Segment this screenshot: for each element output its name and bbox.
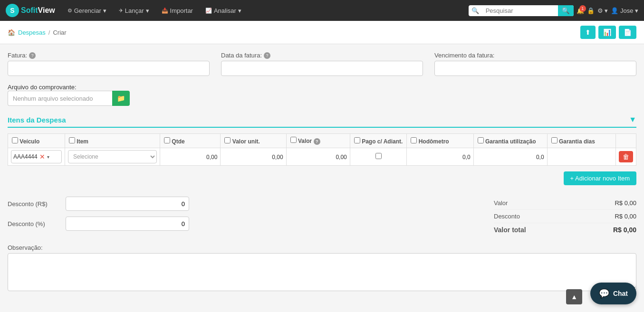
- brand-sofit: SofitView: [21, 6, 55, 15]
- valor-unit-input[interactable]: [223, 154, 283, 161]
- garantia-dias-input[interactable]: [550, 154, 613, 161]
- vehicle-dropdown-icon[interactable]: ▾: [47, 154, 49, 160]
- summary-valor-row: Valor R$ 0,00: [494, 197, 636, 210]
- invoice-fields-row: Fatura: ? Data da fatura: ? Vencimento d…: [8, 52, 636, 76]
- search-box: 🔍 🔍: [469, 5, 574, 16]
- user-menu[interactable]: 👤 Jose ▾: [611, 7, 638, 14]
- hodometro-input[interactable]: [410, 154, 470, 161]
- desconto-rs-row: Desconto (R$): [8, 197, 475, 211]
- summary-valor-value: R$ 0,00: [615, 199, 636, 207]
- chat-button[interactable]: 💬 Chat: [590, 283, 636, 304]
- col-actions: [615, 134, 636, 148]
- valor-unit-cell: [221, 148, 286, 166]
- qtde-input[interactable]: [163, 154, 217, 161]
- vencimento-label: Vencimento da fatura:: [434, 52, 636, 59]
- col-qtde: Qtde: [160, 134, 221, 148]
- data-fatura-input[interactable]: [221, 61, 423, 76]
- section-collapse-icon[interactable]: ▼: [629, 115, 636, 124]
- settings-icon[interactable]: ⚙ ▾: [597, 7, 608, 14]
- chevron-down-icon: ▾: [146, 7, 149, 14]
- items-table: Veículo Item Qtde Valor unit. Valor: [8, 133, 636, 166]
- pago-checkbox[interactable]: [375, 153, 382, 159]
- summary-total-value: R$ 0,00: [613, 226, 636, 234]
- check-all-veiculo[interactable]: [12, 137, 18, 143]
- col-garantia-util: Garantia utilização: [473, 134, 547, 148]
- summary-desconto-label: Desconto: [494, 213, 520, 220]
- export-xls-button[interactable]: 📊: [598, 26, 616, 39]
- check-garantia-util[interactable]: [478, 137, 484, 143]
- header-actions: ⬆ 📊 📄: [580, 26, 636, 39]
- summary-desconto-row: Desconto R$ 0,00: [494, 210, 636, 223]
- summary-section: Valor R$ 0,00 Desconto R$ 0,00 Valor tot…: [494, 197, 636, 236]
- add-item-row: + Adicionar novo Item: [8, 171, 636, 189]
- check-valor[interactable]: [290, 137, 297, 143]
- search-button[interactable]: 🔍: [558, 5, 574, 16]
- vencimento-input[interactable]: [434, 61, 636, 76]
- summary-desconto-value: R$ 0,00: [615, 213, 636, 220]
- check-valor-unit[interactable]: [224, 137, 231, 143]
- garantia-util-input[interactable]: [477, 154, 544, 161]
- observacao-section: Observação:: [8, 244, 636, 293]
- breadcrumb-bar: 🏠 Despesas / Criar ⬆ 📊 📄: [0, 21, 644, 44]
- search-input[interactable]: [482, 5, 558, 16]
- chat-icon: 💬: [599, 288, 609, 299]
- data-fatura-label: Data da fatura: ?: [221, 52, 423, 59]
- notification-bell[interactable]: 🔔 1: [577, 7, 584, 14]
- fatura-label: Fatura: ?: [8, 52, 210, 59]
- totals-area: Desconto (R$) Desconto (%) Valor R$ 0,00…: [8, 197, 636, 236]
- brand-logo[interactable]: S SofitView: [6, 4, 55, 17]
- fatura-input[interactable]: [8, 61, 210, 76]
- import-icon: 📥: [162, 8, 168, 14]
- delete-cell: 🗑: [615, 148, 636, 166]
- check-hodometro[interactable]: [411, 137, 417, 143]
- col-check-veiculo: Veículo: [8, 134, 65, 148]
- col-garantia-dias: Garantia dias: [547, 134, 615, 148]
- file-upload-group: Arquivo do comprovante: Nenhum arquivo s…: [8, 84, 636, 106]
- nav-gerenciar[interactable]: ⚙ Gerenciar ▾: [63, 4, 111, 17]
- desconto-rs-label: Desconto (R$): [8, 200, 60, 208]
- data-fatura-help-icon[interactable]: ?: [264, 52, 270, 59]
- chart-icon: 📈: [205, 8, 212, 14]
- summary-total-label: Valor total: [494, 226, 526, 234]
- valor-input[interactable]: [289, 154, 347, 161]
- items-section-title: Itens da Despesa: [8, 116, 66, 124]
- item-select[interactable]: Selecione: [68, 150, 157, 163]
- check-garantia-dias[interactable]: [551, 137, 557, 143]
- export-pdf-button[interactable]: 📄: [619, 26, 636, 39]
- breadcrumb-despesas-link[interactable]: Despesas: [18, 29, 46, 36]
- check-qtde[interactable]: [164, 137, 170, 143]
- search-icon: 🔍: [469, 5, 482, 16]
- file-browse-button[interactable]: 📁: [112, 91, 130, 106]
- check-all-item[interactable]: [69, 137, 75, 143]
- upload-action-button[interactable]: ⬆: [580, 26, 596, 39]
- col-valor-unit: Valor unit.: [221, 134, 286, 148]
- file-input-wrap: Nenhum arquivo selecionado 📁: [8, 91, 636, 106]
- file-input-text: Nenhum arquivo selecionado: [8, 91, 112, 106]
- garantia-dias-cell: [547, 148, 615, 166]
- navbar: S SofitView ⚙ Gerenciar ▾ ✈ Lançar ▾ 📥 I…: [0, 0, 644, 21]
- valor-help-icon[interactable]: ?: [314, 138, 320, 145]
- qtde-cell: [160, 148, 221, 166]
- breadcrumb-separator: /: [48, 29, 50, 36]
- hodometro-cell: [407, 148, 473, 166]
- col-valor: Valor ?: [286, 134, 350, 148]
- fatura-help-icon[interactable]: ?: [29, 52, 36, 59]
- scroll-up-button[interactable]: ▲: [566, 289, 582, 304]
- check-pago[interactable]: [354, 137, 360, 143]
- desconto-rs-input[interactable]: [66, 197, 189, 211]
- delete-row-button[interactable]: 🗑: [619, 151, 633, 162]
- observacao-textarea[interactable]: [8, 253, 636, 291]
- lock-icon[interactable]: 🔒: [587, 7, 595, 14]
- vehicle-clear-button[interactable]: ✕: [39, 153, 45, 161]
- desconto-pct-row: Desconto (%): [8, 217, 475, 231]
- summary-total-row: Valor total R$ 0,00: [494, 223, 636, 236]
- arquivo-label: Arquivo do comprovante:: [8, 84, 77, 91]
- vehicle-cell: AAA4444 ✕ ▾: [8, 148, 65, 166]
- nav-analisar[interactable]: 📈 Analisar ▾: [201, 4, 246, 17]
- garantia-util-cell: [473, 148, 547, 166]
- summary-valor-label: Valor: [494, 199, 508, 207]
- add-item-button[interactable]: + Adicionar novo Item: [564, 171, 636, 185]
- nav-lancar[interactable]: ✈ Lançar ▾: [114, 4, 154, 17]
- desconto-pct-input[interactable]: [66, 217, 189, 231]
- nav-importar[interactable]: 📥 Importar: [157, 4, 198, 17]
